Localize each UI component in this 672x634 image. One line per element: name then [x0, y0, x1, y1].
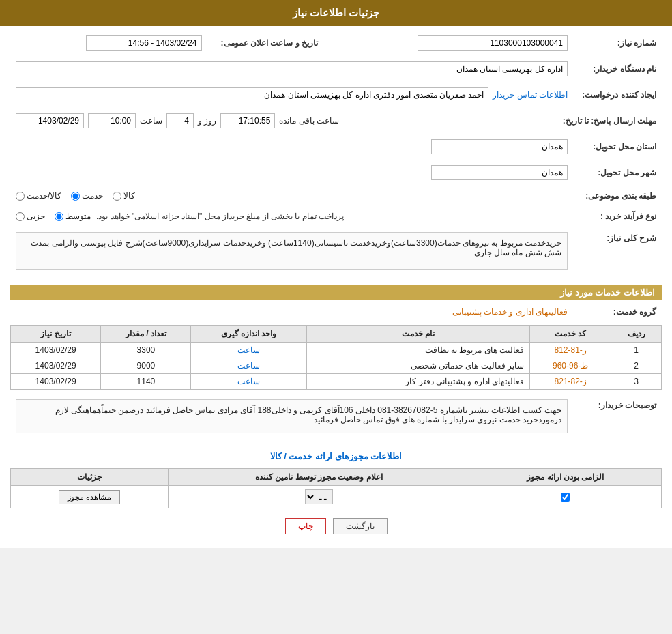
radio-khadamat[interactable]: خدمت: [71, 191, 103, 201]
cell-radif: 2: [611, 358, 662, 374]
cell-name: فعالیتهای اداره و پشتیبانی دفتر کار: [306, 374, 529, 390]
elam-vaziat-cell: ـ ـ: [174, 489, 463, 504]
permission-row: ـ ـ مشاهده مجوز: [11, 486, 662, 508]
mojavez-section-title: اطلاعات مجوزهای ارائه خدمت / کالا: [10, 447, 662, 464]
print-button[interactable]: چاپ: [285, 518, 326, 534]
gorohe-khadamat-label: گروه خدمت:: [573, 304, 662, 319]
sharh-koli-text: خریدخدمت مربوط به نیروهای خدمات(3300ساعت…: [31, 238, 561, 257]
nove-farayand-label: نوع فرآیند خرید :: [573, 209, 662, 224]
cell-vahed: ساعت: [191, 358, 306, 374]
cell-name: سایر فعالیت های خدماتی شخصی: [306, 358, 529, 374]
tosehat-label: توصیحات خریدار:: [573, 397, 662, 442]
eltezam-checkbox[interactable]: [561, 493, 570, 502]
gorohe-khadamat-link[interactable]: فعالیتهای اداری و خدمات پشتیبانی: [452, 307, 568, 317]
cell-tarikh: 1403/02/29: [11, 374, 101, 390]
elam-vaziat-select[interactable]: ـ ـ: [305, 489, 333, 504]
radio-kala[interactable]: کالا: [113, 191, 135, 201]
cell-tedad: 9000: [101, 358, 191, 374]
moshahede-mojavez-button[interactable]: مشاهده مجوز: [59, 490, 120, 504]
col-name: نام خدمت: [306, 326, 529, 343]
radio-jozi[interactable]: جزیی: [16, 212, 45, 221]
page-header: جزئیات اطلاعات نیاز: [0, 0, 672, 26]
mohlat-label: مهلت ارسال پاسخ: تا تاریخ:: [557, 111, 662, 131]
radio-khadamat-label: خدمت: [82, 191, 103, 201]
ostan-input[interactable]: [431, 139, 568, 154]
radio-motovaset-input[interactable]: [55, 212, 63, 221]
col-radif: ردیف: [611, 326, 662, 343]
perm-col-eltezam: الزامی بودن ارائه مجوز: [469, 469, 662, 486]
shomara-niaz-input[interactable]: [418, 35, 568, 51]
tabaghebandi-label: طبقه بندی موضوعی:: [573, 188, 662, 203]
name-dastgah-input[interactable]: [16, 61, 568, 76]
cell-radif: 1: [611, 343, 662, 358]
cell-tedad: 1140: [101, 374, 191, 390]
cell-code: ط-96-960: [530, 358, 611, 374]
baqi-mande-input[interactable]: [220, 113, 275, 128]
cell-radif: 3: [611, 374, 662, 390]
cell-tedad: 3300: [101, 343, 191, 358]
rooz-label: روز و: [198, 116, 216, 126]
shahr-label: شهر محل تحویل:: [573, 162, 662, 183]
radio-kala-khadamat-input[interactable]: [16, 192, 25, 201]
tosehat-text: جهت کسب اطلاعات بیشتر باشماره 5-38267082…: [55, 405, 561, 424]
cell-tarikh: 1403/02/29: [11, 358, 101, 374]
services-table: ردیف کد خدمت نام خدمت واحد اندازه گیری ت…: [10, 325, 662, 390]
ettelaat-tamas-link[interactable]: اطلاعات تماس خریدار: [493, 90, 568, 100]
cell-code: ز-81-812: [530, 343, 611, 358]
baqi-mande-label: ساعت باقی مانده: [279, 116, 339, 126]
tosehat-box: جهت کسب اطلاعات بیشتر باشماره 5-38267082…: [16, 399, 568, 433]
table-row: 2 ط-96-960 سایر فعالیت های خدماتی شخصی س…: [11, 358, 662, 374]
col-tedad: تعداد / مقدار: [101, 326, 191, 343]
tarikh-elaan-label: تاریخ و ساعت اعلان عمومی:: [221, 38, 318, 48]
radio-kala-input[interactable]: [113, 192, 121, 201]
shahr-input[interactable]: [431, 165, 568, 180]
saaat-input[interactable]: [88, 113, 136, 128]
sharh-koli-box: خریدخدمت مربوط به نیروهای خدمات(3300ساعت…: [16, 232, 568, 270]
col-tarikh: تاریخ نیاز: [11, 326, 101, 343]
col-vahed: واحد اندازه گیری: [191, 326, 306, 343]
col-code: کد خدمت: [530, 326, 611, 343]
saaat-label: ساعت: [140, 116, 162, 126]
perm-col-joziat: جزئیات: [11, 469, 169, 486]
ostan-label: استان محل تحویل:: [573, 136, 662, 157]
tarikh-input[interactable]: [16, 113, 84, 128]
radio-jozi-label: جزیی: [27, 212, 45, 221]
name-dastgah-label: نام دستگاه خریدار:: [573, 59, 662, 79]
radio-khadamat-input[interactable]: [71, 192, 80, 201]
radio-motovaset-label: متوسط: [65, 212, 91, 221]
table-row: 3 ز-82-821 فعالیتهای اداره و پشتیبانی دف…: [11, 374, 662, 390]
nove-farayand-text: پرداخت تمام یا بخشی از مبلغ خریداز محل "…: [96, 212, 344, 221]
cell-code: ز-82-821: [530, 374, 611, 390]
back-button[interactable]: بازگشت: [333, 518, 388, 534]
radio-jozi-input[interactable]: [16, 212, 25, 221]
eltezam-checkbox-cell: [475, 493, 656, 502]
radio-motovaset[interactable]: متوسط: [55, 212, 91, 221]
khadamat-section-title: اطلاعات خدمات مورد نیاز: [10, 285, 662, 300]
page-title: جزئیات اطلاعات نیاز: [293, 7, 379, 18]
bottom-buttons: بازگشت چاپ: [10, 508, 662, 541]
perm-col-elam: اعلام وضعیت مجوز توسط نامین کننده: [169, 469, 469, 486]
ijad-konande-label: ایجاد کننده درخواست:: [573, 85, 662, 105]
permissions-table: الزامی بودن ارائه مجوز اعلام وضعیت مجوز …: [10, 468, 662, 508]
tarikh-elaan-input[interactable]: [86, 35, 202, 51]
cell-name: فعالیت های مربوط به نظافت: [306, 343, 529, 358]
radio-kala-label: کالا: [123, 191, 135, 201]
cell-vahed: ساعت: [191, 374, 306, 390]
radio-kala-khadamat[interactable]: کالا/خدمت: [16, 191, 61, 201]
ijad-konande-input[interactable]: [16, 87, 488, 102]
cell-vahed: ساعت: [191, 343, 306, 358]
sharh-koli-label: شرح کلی نیاز:: [573, 229, 662, 278]
rooz-input[interactable]: [166, 113, 194, 128]
radio-kala-khadamat-label: کالا/خدمت: [27, 191, 61, 201]
table-row: 1 ز-81-812 فعالیت های مربوط به نظافت ساع…: [11, 343, 662, 358]
cell-tarikh: 1403/02/29: [11, 343, 101, 358]
shomara-niaz-label: شماره نیاز:: [573, 33, 662, 53]
